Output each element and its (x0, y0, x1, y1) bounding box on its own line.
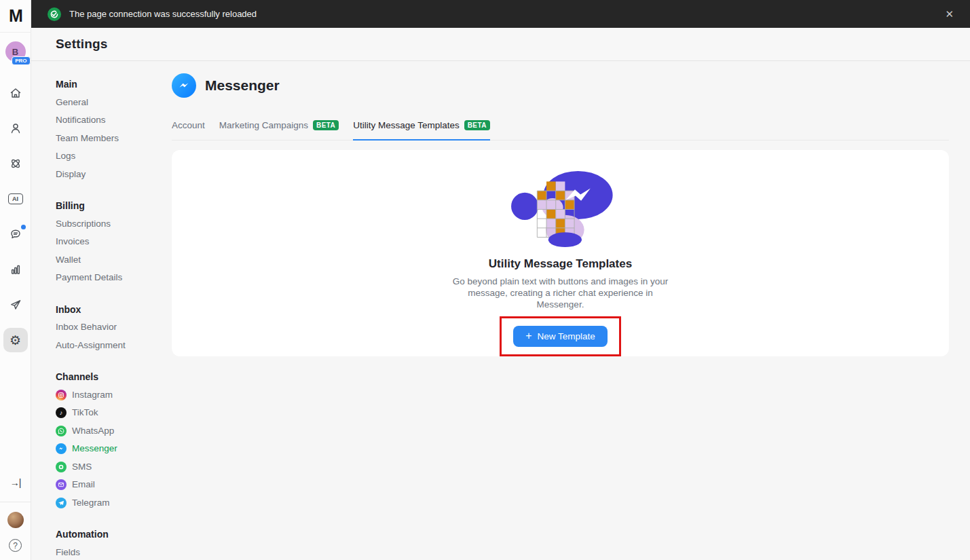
toast-message: The page connection was successfully rel… (69, 9, 257, 19)
sidebar-section-main: Main General Notifications Team Members … (56, 75, 172, 183)
live-chat-icon[interactable] (3, 222, 28, 246)
success-check-icon (48, 7, 61, 21)
messenger-channel-icon (172, 73, 196, 98)
templates-illustration (503, 170, 618, 248)
notification-dot (21, 225, 26, 229)
sms-icon (56, 462, 67, 472)
section-header: Billing (56, 197, 172, 215)
sidebar-item-display[interactable]: Display (56, 166, 172, 184)
empty-state-description: Go beyond plain text with buttons and im… (447, 276, 675, 310)
channel-title: Messenger (205, 77, 280, 94)
help-icon[interactable]: ? (9, 539, 22, 552)
beta-badge: BETA (313, 120, 339, 130)
main-content: Messenger Account Marketing Campaigns BE… (172, 61, 949, 560)
sidebar-section-billing: Billing Subscriptions Invoices Wallet Pa… (56, 197, 172, 287)
sidebar-item-telegram[interactable]: Telegram (56, 494, 172, 512)
sidebar-section-channels: Channels Instagram ♪ TikTok WhatsApp (56, 368, 172, 512)
rail-divider (0, 502, 31, 502)
email-icon (56, 479, 67, 490)
sidebar-item-auto-assignment[interactable]: Auto-Assignment (56, 337, 172, 355)
whatsapp-icon (56, 426, 67, 436)
rail-nav: AI ⚙ (3, 81, 28, 352)
sidebar-item-whatsapp[interactable]: WhatsApp (56, 422, 172, 441)
section-header: Inbox (56, 301, 172, 319)
sidebar-item-messenger[interactable]: Messenger (56, 440, 172, 458)
settings-icon[interactable]: ⚙ (3, 328, 28, 352)
broadcasting-icon[interactable] (3, 293, 28, 317)
section-header: Channels (56, 368, 172, 386)
tiktok-icon: ♪ (56, 407, 67, 418)
tab-label: Utility Message Templates (353, 120, 460, 130)
settings-sidebar: Main General Notifications Team Members … (31, 61, 172, 560)
collapse-sidebar-icon[interactable]: →| (10, 477, 21, 488)
page-header: Settings (31, 28, 970, 61)
home-icon[interactable] (3, 81, 28, 105)
settings-page: M B PRO AI (0, 0, 970, 560)
channel-label: SMS (72, 458, 92, 477)
sidebar-item-tiktok[interactable]: ♪ TikTok (56, 404, 172, 422)
workspace-avatar[interactable]: B PRO (5, 41, 26, 62)
sidebar-item-inbox-behavior[interactable]: Inbox Behavior (56, 318, 172, 337)
sidebar-item-instagram[interactable]: Instagram (56, 386, 172, 405)
sidebar-item-payment-details[interactable]: Payment Details (56, 269, 172, 287)
sidebar-item-wallet[interactable]: Wallet (56, 251, 172, 269)
toast-banner: The page connection was successfully rel… (31, 0, 970, 28)
automation-icon[interactable] (3, 151, 28, 176)
workspace-initial: B (12, 47, 18, 57)
annotation-highlight-box: + New Template (500, 316, 621, 356)
sidebar-item-logs[interactable]: Logs (56, 147, 172, 166)
sidebar-item-fields[interactable]: Fields (56, 544, 172, 560)
page-title: Settings (56, 37, 108, 52)
sidebar-item-notifications[interactable]: Notifications (56, 111, 172, 130)
sidebar-section-automation: Automation Fields (56, 525, 172, 560)
channel-label: WhatsApp (72, 422, 114, 441)
analytics-icon[interactable] (3, 257, 28, 282)
sidebar-item-sms[interactable]: SMS (56, 458, 172, 477)
telegram-icon (56, 498, 67, 508)
channel-label: Email (72, 476, 95, 494)
pro-badge: PRO (12, 56, 30, 65)
tab-marketing-campaigns[interactable]: Marketing Campaigns BETA (219, 120, 339, 141)
button-label: New Template (538, 331, 595, 341)
instagram-icon (56, 390, 67, 400)
sidebar-item-email[interactable]: Email (56, 476, 172, 494)
user-avatar[interactable] (7, 512, 24, 528)
rail-bottom: →| ? (0, 477, 31, 560)
tab-label: Marketing Campaigns (219, 120, 308, 130)
channel-label: TikTok (72, 404, 98, 422)
manychat-logo[interactable]: M (0, 0, 31, 33)
section-header: Main (56, 75, 172, 94)
icon-rail: M B PRO AI (0, 0, 31, 560)
tab-utility-message-templates[interactable]: Utility Message Templates BETA (353, 120, 490, 141)
plus-icon: + (525, 330, 531, 342)
sidebar-section-inbox: Inbox Inbox Behavior Auto-Assignment (56, 301, 172, 355)
section-header: Automation (56, 525, 172, 544)
channel-label: Instagram (72, 386, 113, 405)
channel-header: Messenger (172, 73, 949, 98)
new-template-button[interactable]: + New Template (513, 326, 608, 347)
contacts-icon[interactable] (3, 116, 28, 141)
ai-icon[interactable]: AI (3, 187, 28, 211)
empty-state-card: Utility Message Templates Go beyond plai… (172, 150, 949, 356)
tab-bar: Account Marketing Campaigns BETA Utility… (172, 120, 949, 141)
messenger-icon (56, 443, 67, 454)
channel-label: Telegram (72, 494, 110, 512)
tab-account[interactable]: Account (172, 120, 205, 141)
sidebar-item-invoices[interactable]: Invoices (56, 233, 172, 251)
channel-label: Messenger (72, 440, 117, 458)
beta-badge: BETA (464, 120, 490, 130)
empty-state-title: Utility Message Templates (489, 257, 632, 271)
sidebar-item-team-members[interactable]: Team Members (56, 130, 172, 148)
sidebar-item-subscriptions[interactable]: Subscriptions (56, 215, 172, 234)
sidebar-item-general[interactable]: General (56, 94, 172, 112)
close-icon[interactable]: ✕ (945, 8, 954, 20)
tab-label: Account (172, 120, 205, 130)
